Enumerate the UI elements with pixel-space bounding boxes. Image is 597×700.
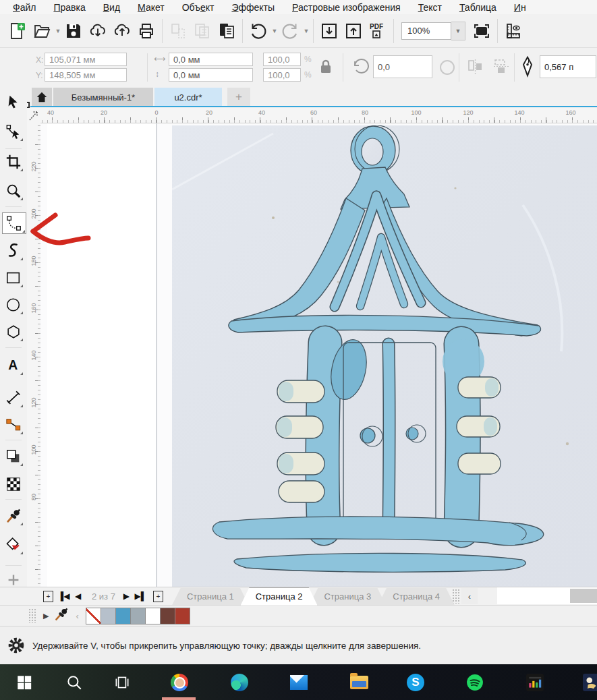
menu-правка[interactable]: Правка bbox=[45, 2, 94, 13]
menu-эффекты[interactable]: Эффекты bbox=[223, 2, 283, 13]
color-swatch-brick-red[interactable] bbox=[175, 608, 190, 624]
tool-transparency[interactable] bbox=[3, 474, 24, 494]
rotation-field[interactable]: 0,0 bbox=[373, 55, 432, 78]
taskbar-coreldraw-icon[interactable] bbox=[582, 673, 597, 692]
tool-polygon[interactable] bbox=[3, 322, 24, 342]
print-button[interactable] bbox=[134, 18, 159, 45]
undo-button[interactable] bbox=[246, 18, 271, 45]
palette-eyedropper-icon[interactable] bbox=[54, 606, 69, 625]
tool-ellipse[interactable] bbox=[3, 295, 24, 315]
palette-scroll-left-icon[interactable]: ‹ bbox=[76, 611, 78, 621]
y-position-field[interactable]: 148,505 мм bbox=[45, 68, 127, 82]
color-swatch-blue[interactable] bbox=[115, 608, 131, 624]
pdf-button[interactable]: PDF bbox=[366, 18, 390, 45]
new-document-tab-button[interactable]: + bbox=[227, 88, 250, 107]
tool-pick[interactable] bbox=[3, 92, 24, 113]
page-tab-inactive[interactable]: Страница 3 bbox=[309, 588, 386, 606]
add-page-button[interactable]: + bbox=[43, 591, 53, 602]
paste-button[interactable] bbox=[215, 18, 239, 45]
palette-expand-icon[interactable]: ▶ bbox=[43, 612, 49, 620]
scroll-tabs-left-button[interactable]: ‹ bbox=[461, 588, 478, 604]
menu-ин[interactable]: Ин bbox=[505, 2, 535, 13]
show-rulers-button[interactable] bbox=[501, 18, 525, 45]
tool-connector[interactable] bbox=[3, 415, 24, 435]
menu-таблица[interactable]: Таблица bbox=[451, 2, 505, 13]
object-width-field[interactable]: 0,0 мм bbox=[169, 53, 253, 66]
tool-dimension[interactable] bbox=[3, 388, 24, 408]
taskbar-task-view-icon[interactable] bbox=[113, 673, 132, 692]
taskbar-skype-icon[interactable]: S bbox=[406, 673, 425, 692]
scale-y-field[interactable]: 100,0 bbox=[263, 68, 301, 82]
menu-растровые изображения[interactable]: Растровые изображения bbox=[283, 2, 409, 13]
redo-dropdown-icon[interactable]: ▼ bbox=[303, 28, 310, 34]
fullscreen-preview-button[interactable] bbox=[470, 18, 494, 45]
color-swatch-white[interactable] bbox=[145, 608, 161, 624]
menu-текст[interactable]: Текст bbox=[409, 2, 451, 13]
taskbar-chrome-icon[interactable] bbox=[170, 673, 189, 692]
menu-объект[interactable]: Объект bbox=[173, 2, 223, 13]
page-tab-active[interactable]: Страница 2 bbox=[241, 587, 318, 606]
lock-ratio-icon[interactable] bbox=[318, 58, 333, 78]
zoom-level-field[interactable]: 100% bbox=[401, 22, 451, 40]
previous-page-button[interactable]: ◀ bbox=[72, 590, 84, 602]
taskbar-start-icon[interactable] bbox=[15, 673, 34, 692]
palette-grip[interactable] bbox=[28, 608, 36, 623]
taskbar-spotify-icon[interactable] bbox=[465, 673, 484, 692]
color-swatch-dark-brown[interactable] bbox=[160, 608, 175, 624]
color-swatch-gray-blue-light[interactable] bbox=[101, 608, 116, 624]
import-button[interactable] bbox=[317, 18, 341, 45]
taskbar-search-icon[interactable] bbox=[65, 673, 84, 692]
next-page-button[interactable]: ▶ bbox=[121, 590, 132, 602]
page-tab-inactive[interactable]: Страница 1 bbox=[172, 588, 249, 606]
tool-eyedropper[interactable] bbox=[3, 506, 24, 526]
copy-button[interactable] bbox=[190, 18, 215, 45]
menu-макет[interactable]: Макет bbox=[129, 2, 173, 13]
menu-вид[interactable]: Вид bbox=[94, 2, 129, 13]
tool-fill[interactable] bbox=[3, 535, 24, 555]
taskbar-edge-icon[interactable] bbox=[230, 673, 249, 692]
imported-photo-object[interactable] bbox=[172, 125, 597, 587]
mirror-vertical-button[interactable] bbox=[492, 58, 510, 78]
tool-artistic-media[interactable] bbox=[3, 241, 24, 261]
cloud-upload-button[interactable] bbox=[110, 18, 134, 45]
tool-drop-shadow[interactable] bbox=[3, 446, 24, 467]
tool-rectangle[interactable] bbox=[3, 268, 24, 288]
taskbar-music-icon[interactable] bbox=[525, 673, 544, 692]
open-dropdown-icon[interactable]: ▼ bbox=[55, 28, 61, 34]
scale-x-field[interactable]: 100,0 bbox=[263, 53, 301, 66]
tool-curve[interactable] bbox=[2, 212, 26, 234]
tool-text[interactable]: A bbox=[3, 355, 24, 376]
page-tab-inactive[interactable]: Страница 4 bbox=[378, 588, 455, 606]
export-button[interactable] bbox=[341, 18, 366, 45]
add-page-button[interactable]: + bbox=[153, 591, 163, 602]
cloud-download-button[interactable] bbox=[86, 18, 110, 45]
last-page-button[interactable]: ▶▌ bbox=[135, 590, 146, 602]
taskbar-mail-icon[interactable] bbox=[289, 673, 308, 692]
open-button[interactable] bbox=[30, 18, 54, 45]
tool-crop[interactable] bbox=[3, 152, 24, 172]
welcome-home-button[interactable] bbox=[32, 88, 52, 107]
redo-button[interactable] bbox=[278, 18, 302, 45]
menu-файл[interactable]: Файл bbox=[4, 2, 45, 13]
mirror-horizontal-button[interactable] bbox=[467, 58, 484, 78]
tool-zoom[interactable] bbox=[3, 181, 24, 201]
cut-button[interactable] bbox=[166, 18, 190, 45]
document-page[interactable] bbox=[47, 123, 157, 587]
tool-shape[interactable] bbox=[3, 121, 24, 142]
save-button[interactable] bbox=[61, 18, 86, 45]
object-height-field[interactable]: 0,0 мм bbox=[169, 68, 253, 82]
x-position-field[interactable]: 105,071 мм bbox=[45, 53, 127, 66]
document-tab-active[interactable]: u2.cdr* bbox=[154, 88, 222, 107]
outline-width-field[interactable]: 0,567 п bbox=[540, 55, 596, 78]
page-tabs-grip[interactable] bbox=[452, 589, 460, 604]
color-swatch-gray[interactable] bbox=[130, 608, 146, 624]
undo-dropdown-icon[interactable]: ▼ bbox=[271, 28, 278, 34]
ruler-origin-corner[interactable] bbox=[27, 108, 40, 123]
taskbar-explorer-icon[interactable] bbox=[349, 673, 368, 692]
horizontal-scrollbar-thumb[interactable] bbox=[570, 589, 597, 603]
drawing-canvas[interactable] bbox=[40, 123, 597, 587]
document-tab-inactive[interactable]: Безымянный-1* bbox=[53, 88, 153, 107]
new-document-button[interactable] bbox=[5, 18, 30, 45]
color-swatch-no-color[interactable] bbox=[86, 608, 101, 624]
zoom-dropdown-button[interactable]: ▼ bbox=[451, 22, 465, 40]
